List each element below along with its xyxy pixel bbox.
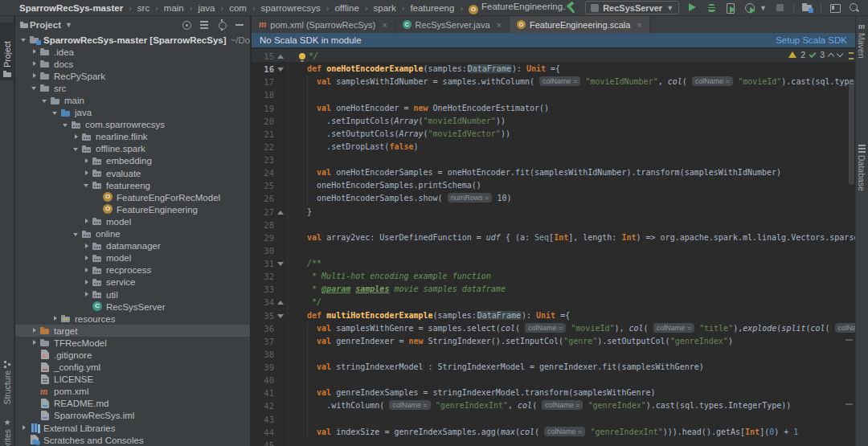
tool-tab-maven[interactable]: m Maven <box>855 21 868 84</box>
setup-scala-sdk-link[interactable]: Setup Scala SDK <box>776 35 847 45</box>
tree-item-license[interactable]: LICENSE <box>15 374 250 386</box>
debug-button[interactable] <box>706 2 718 14</box>
profiler-button[interactable] <box>744 2 756 14</box>
tree-item-recprocess[interactable]: recprocess <box>15 264 250 276</box>
search-everywhere-icon[interactable] <box>848 2 860 14</box>
tree-item-recpyspark[interactable]: RecPySpark <box>15 70 250 82</box>
intention-bulb-icon[interactable] <box>299 53 305 59</box>
tree-item-featureengforrecmodel[interactable]: OFeatureEngForRecModel <box>15 191 250 203</box>
tool-tab-favorites[interactable]: ★ Favorites <box>0 416 14 446</box>
layout-icon[interactable] <box>829 2 841 14</box>
tree-item-scratches-and-consoles[interactable]: Scratches and Consoles <box>15 434 250 446</box>
tree-chevron-icon[interactable] <box>51 314 60 323</box>
tool-tab-database[interactable]: Database <box>855 145 868 219</box>
project-panel-title[interactable]: Project <box>30 20 61 30</box>
hide-panel-icon[interactable] <box>234 19 245 31</box>
tree-chevron-icon[interactable] <box>31 47 39 56</box>
tree-item-embedding[interactable]: embedding <box>15 155 250 167</box>
fold-marker-icon[interactable] <box>274 206 287 219</box>
tree-chevron-icon[interactable] <box>62 121 71 129</box>
chevron-down-icon[interactable]: ▼ <box>65 21 72 29</box>
tree-chevron-icon[interactable] <box>83 266 92 275</box>
tree-item-datamanager[interactable]: datamanager <box>15 240 250 252</box>
gear-icon[interactable] <box>216 19 227 31</box>
editor-tab-pom-xml-sparrowrecsys-[interactable]: mpom.xml (SparrowRecSys)× <box>252 16 395 33</box>
tree-item-java[interactable]: java <box>15 107 250 119</box>
breadcrumb-item[interactable]: SparrowRecSys-master <box>19 3 123 13</box>
tree-chevron-icon[interactable] <box>31 338 39 347</box>
tree-item-nearline-flink[interactable]: nearline.flink <box>15 131 250 143</box>
tree-chevron-icon[interactable] <box>83 254 92 263</box>
breadcrumb-item[interactable]: spark <box>374 3 396 13</box>
fold-marker-icon[interactable] <box>274 309 287 322</box>
tree-chevron-icon[interactable] <box>72 145 81 153</box>
fold-marker-icon[interactable] <box>274 50 287 63</box>
run-button[interactable] <box>686 2 698 14</box>
tool-tab-project[interactable]: Project <box>0 23 14 80</box>
tree-item-target[interactable]: target <box>15 325 250 337</box>
breadcrumb-item[interactable]: OFeatureEngineering.scala <box>469 2 566 14</box>
run-config-selector[interactable]: RecSysServer ▼ <box>585 1 679 14</box>
editor-tab-featureengineering-scala[interactable]: OFeatureEngineering.scala× <box>510 16 650 33</box>
tree-chevron-icon[interactable] <box>83 169 92 178</box>
tree-item-main[interactable]: main <box>15 94 250 106</box>
tree-item--idea[interactable]: .idea <box>15 46 250 58</box>
code-editor[interactable]: 1516171819202122232425262728293031323334… <box>252 47 855 446</box>
tree-chevron-icon[interactable] <box>83 157 92 166</box>
tree-chevron-icon[interactable] <box>41 96 50 105</box>
tree-item-model[interactable]: model <box>15 215 250 227</box>
close-icon[interactable]: × <box>382 20 387 30</box>
tree-chevron-icon[interactable] <box>20 423 29 432</box>
breadcrumb-item[interactable]: offline <box>334 3 358 13</box>
tree-item-model[interactable]: model <box>15 252 250 264</box>
tree-item-online[interactable]: online <box>15 228 250 240</box>
tree-chevron-icon[interactable] <box>31 84 39 92</box>
tree-item-pom-xml[interactable]: mpom.xml <box>15 386 250 398</box>
editor-scrollbar[interactable] <box>849 80 854 185</box>
tree-chevron-icon[interactable] <box>83 278 92 287</box>
fold-marker-icon[interactable] <box>274 63 287 76</box>
fold-marker-icon[interactable] <box>274 257 287 270</box>
tree-chevron-icon[interactable] <box>31 326 39 335</box>
profiler-dropdown-icon[interactable]: ▼ <box>760 4 767 12</box>
tree-item--gitignore[interactable]: .gitignore <box>15 349 250 361</box>
close-icon[interactable]: × <box>637 20 641 30</box>
tree-item-readme-md[interactable]: README.md <box>15 398 250 410</box>
tree-item--config-yml[interactable]: _config.yml <box>15 362 250 374</box>
tree-item-service[interactable]: service <box>15 276 250 288</box>
editor-tab-recsysserver-java[interactable]: CRecSysServer.java× <box>395 16 510 33</box>
tree-chevron-icon[interactable] <box>83 242 92 251</box>
next-issue-icon[interactable] <box>837 50 843 56</box>
tree-item-recsysserver[interactable]: CRecSysServer <box>15 301 250 313</box>
tree-chevron-icon[interactable] <box>83 290 92 299</box>
tree-item-src[interactable]: src <box>15 82 250 94</box>
tree-item-util[interactable]: util <box>15 288 250 301</box>
prev-issue-icon[interactable] <box>828 52 834 59</box>
collapse-all-icon[interactable] <box>199 19 210 31</box>
tree-item-com-sparrowrecsys[interactable]: com.sparrowrecsys <box>15 119 250 131</box>
tree-item-offline-spark[interactable]: offline.spark <box>15 143 250 155</box>
tree-item-resources[interactable]: resources <box>15 313 250 325</box>
tree-item-featureeng[interactable]: featureeng <box>15 179 250 191</box>
build-hammer-icon[interactable] <box>566 2 578 14</box>
fold-marker-icon[interactable] <box>274 296 287 309</box>
tree-chevron-icon[interactable] <box>72 133 81 141</box>
breadcrumb-item[interactable]: main <box>164 3 184 13</box>
tree-item-tfrecmodel[interactable]: TFRecModel <box>15 337 250 349</box>
project-structure-icon[interactable] <box>801 2 813 14</box>
stop-button[interactable] <box>774 2 786 14</box>
tree-chevron-icon[interactable] <box>51 108 60 117</box>
locate-file-icon[interactable] <box>181 19 192 31</box>
tree-item-sparrowrecsys-master-sparrowrecsys-[interactable]: SparrowRecSys-master [SparrowRecSys]~/Do… <box>15 34 250 46</box>
breadcrumb-item[interactable]: java <box>198 3 215 13</box>
tree-item-evaluate[interactable]: evaluate <box>15 167 250 179</box>
tree-item-external-libraries[interactable]: External Libraries <box>15 422 250 434</box>
close-icon[interactable]: × <box>497 20 502 30</box>
breadcrumb-item[interactable]: com <box>229 3 247 13</box>
tree-chevron-icon[interactable] <box>83 217 92 226</box>
breadcrumb-item[interactable]: src <box>137 3 149 13</box>
breadcrumb-item[interactable]: featureeng <box>410 3 454 13</box>
tree-chevron-icon[interactable] <box>31 72 39 80</box>
tree-chevron-icon[interactable] <box>83 181 92 190</box>
tool-tab-structure[interactable]: Structure <box>0 358 14 414</box>
